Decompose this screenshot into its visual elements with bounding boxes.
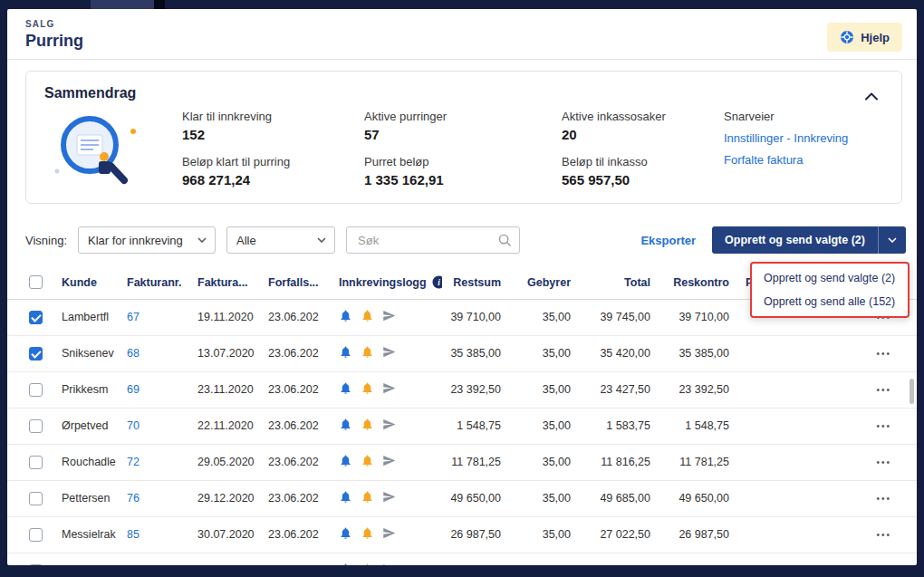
- send-icon[interactable]: [382, 454, 396, 467]
- row-checkbox[interactable]: [29, 456, 43, 469]
- send-icon[interactable]: [382, 309, 396, 322]
- column-header-fakturadato[interactable]: Faktura...: [192, 264, 263, 300]
- reminder-bell-blue-icon[interactable]: [339, 309, 352, 322]
- row-actions-button[interactable]: •••: [876, 494, 891, 504]
- reminder-bell-blue-icon[interactable]: [339, 454, 352, 467]
- invoice-date-cell: 29.05.2020: [192, 445, 263, 481]
- chevron-down-icon: [197, 237, 207, 243]
- gebyrer-cell: 35,00: [506, 553, 576, 565]
- reminder-bell-orange-icon[interactable]: [361, 454, 374, 467]
- row-checkbox[interactable]: [29, 528, 43, 542]
- reminder-bell-orange-icon[interactable]: [361, 418, 374, 431]
- gebyrer-cell: 35,00: [506, 517, 576, 553]
- send-icon[interactable]: [382, 381, 396, 395]
- summary-title: Sammendrag: [44, 85, 883, 101]
- row-checkbox[interactable]: [29, 564, 43, 565]
- table-row: Messielrak8530.07.202023.06.20226 987,50…: [7, 517, 917, 553]
- row-actions-button[interactable]: •••: [876, 530, 891, 540]
- search-input[interactable]: [356, 233, 498, 248]
- invoice-number-link[interactable]: 89: [127, 564, 140, 565]
- row-checkbox[interactable]: [29, 311, 43, 324]
- row-checkbox[interactable]: [29, 492, 43, 505]
- select-all-checkbox[interactable]: [29, 275, 43, 289]
- create-send-caret-button[interactable]: [878, 226, 906, 254]
- metric-label: Purret beløp: [364, 155, 562, 168]
- collection-log-cell: [333, 481, 442, 517]
- reminder-bell-blue-icon[interactable]: [339, 345, 352, 359]
- invoice-number-link[interactable]: 69: [127, 383, 140, 396]
- column-header-fakturanr[interactable]: Fakturanr.: [121, 264, 192, 300]
- send-icon[interactable]: [382, 490, 396, 504]
- table-row: Prikkesm6923.11.202023.06.20223 392,5035…: [7, 372, 917, 409]
- column-header-reskontro[interactable]: Reskontro: [656, 264, 735, 300]
- send-icon[interactable]: [382, 418, 396, 431]
- row-actions-button[interactable]: •••: [876, 349, 891, 359]
- send-icon[interactable]: [382, 563, 396, 565]
- reskontro-cell: 35 385,00: [656, 336, 735, 372]
- collection-log-cell: [333, 445, 442, 481]
- invoice-number-link[interactable]: 85: [127, 528, 140, 541]
- shortcut-link-overdue-invoices[interactable]: Forfalte faktura: [724, 153, 848, 167]
- create-send-selected-button[interactable]: Opprett og send valgte (2): [712, 226, 878, 254]
- menu-item-send-selected[interactable]: Opprett og send valgte (2): [752, 266, 908, 290]
- vertical-scrollbar-thumb[interactable]: [910, 379, 914, 404]
- window-chrome-notch: [154, 0, 165, 9]
- total-cell: 39 745,00: [576, 300, 656, 336]
- metric-value: 57: [364, 127, 562, 142]
- reskontro-cell: 26 987,50: [656, 517, 735, 553]
- reminder-bell-orange-icon[interactable]: [361, 490, 374, 504]
- column-header-total[interactable]: Total: [576, 264, 656, 300]
- row-checkbox[interactable]: [29, 347, 43, 361]
- invoice-number-link[interactable]: 67: [127, 311, 140, 323]
- chevron-up-icon: [865, 92, 878, 101]
- row-checkbox[interactable]: [29, 419, 43, 433]
- reminder-bell-orange-icon[interactable]: [361, 563, 374, 565]
- column-header-innkrevingslogg[interactable]: Innkrevingsloggi: [333, 264, 442, 300]
- export-link[interactable]: Eksporter: [640, 234, 696, 247]
- secondary-filter-select[interactable]: Alle: [226, 226, 335, 254]
- view-filter-select[interactable]: Klar for innkreving: [78, 226, 216, 254]
- reminder-bell-blue-icon[interactable]: [339, 418, 352, 431]
- shortcut-link-settings-collection[interactable]: Innstillinger - Innkreving: [724, 131, 848, 145]
- invoice-date-cell: 30.07.2020: [192, 517, 263, 553]
- reminder-bell-blue-icon[interactable]: [339, 381, 352, 395]
- customer-cell: Ørpetved: [54, 409, 121, 445]
- invoice-number-link[interactable]: 70: [127, 419, 140, 432]
- menu-item-send-all[interactable]: Opprett og send alle (152): [752, 290, 908, 313]
- info-icon[interactable]: i: [432, 275, 442, 289]
- reminder-bell-blue-icon[interactable]: [339, 490, 352, 504]
- send-icon[interactable]: [382, 526, 396, 540]
- column-header-label: Total: [624, 276, 650, 289]
- restsum-cell: 1 548,75: [442, 409, 506, 445]
- column-header-forfallsdato[interactable]: Forfalls...: [263, 264, 333, 300]
- row-select-cell: [7, 409, 54, 445]
- send-icon[interactable]: [382, 345, 396, 359]
- reminder-bell-orange-icon[interactable]: [361, 345, 374, 359]
- reminder-bell-orange-icon[interactable]: [361, 309, 374, 322]
- total-cell: 1 583,75: [576, 409, 656, 445]
- collection-log-cell: [333, 300, 442, 336]
- row-actions-button[interactable]: •••: [876, 385, 891, 395]
- help-label: Hjelp: [861, 31, 890, 44]
- row-select-cell: [7, 553, 54, 565]
- row-actions-button[interactable]: •••: [876, 457, 891, 467]
- column-header-restsum[interactable]: Restsum: [442, 264, 506, 300]
- reminder-bell-orange-icon[interactable]: [361, 381, 374, 395]
- reminder-bell-blue-icon[interactable]: [339, 526, 352, 540]
- reminder-bell-orange-icon[interactable]: [361, 526, 374, 540]
- invoice-number-link[interactable]: 72: [127, 456, 140, 468]
- invoice-number-link[interactable]: 68: [127, 347, 140, 360]
- invoice-number-link[interactable]: 76: [127, 492, 140, 505]
- help-button[interactable]: Hjelp: [827, 23, 902, 52]
- due-date-cell: 23.06.202: [263, 409, 333, 445]
- collapse-summary-button[interactable]: [861, 86, 881, 107]
- reminder-bell-blue-icon[interactable]: [339, 563, 352, 565]
- row-actions-button[interactable]: •••: [876, 421, 891, 431]
- total-cell: 11 816,25: [576, 445, 656, 481]
- column-header-kunde[interactable]: Kunde: [54, 264, 121, 300]
- gebyrer-cell: 35,00: [506, 445, 576, 481]
- row-checkbox[interactable]: [29, 383, 43, 397]
- metric-label: Beløp til inkasso: [562, 155, 724, 168]
- svg-text:i: i: [438, 278, 440, 287]
- column-header-gebyrer[interactable]: Gebyrer: [506, 264, 576, 300]
